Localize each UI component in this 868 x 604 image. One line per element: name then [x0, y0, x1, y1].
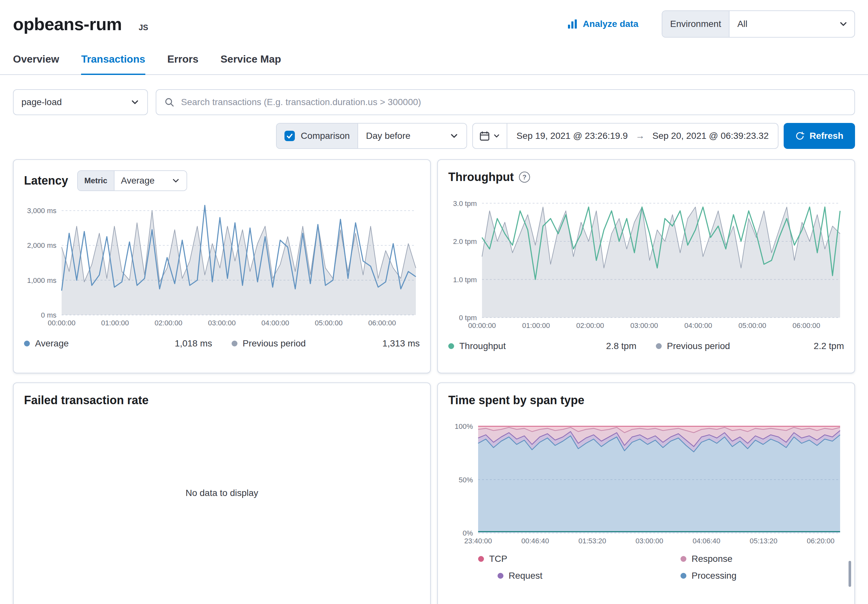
checkbox-checked-icon [284, 131, 295, 141]
legend-item-response[interactable]: Response [661, 554, 844, 564]
latency-metric-control: Metric Average [77, 170, 187, 191]
tab-overview[interactable]: Overview [13, 53, 59, 74]
svg-text:00:00:00: 00:00:00 [468, 321, 496, 330]
legend-label: Response [691, 554, 732, 564]
latency-metric-select[interactable]: Average [114, 171, 186, 190]
apm-transactions-page: opbeans-rum JS Analyze data Environment … [0, 0, 868, 604]
svg-text:01:00:00: 01:00:00 [522, 321, 550, 330]
span-type-chart[interactable]: 100%50%0%23:40:0000:46:4001:53:2003:00:0… [448, 414, 844, 546]
legend-label: TCP [489, 554, 507, 564]
agent-badge: JS [138, 23, 148, 32]
legend-item-throughput[interactable]: Throughput 2.8 tpm [448, 341, 636, 351]
svg-text:1.0 tpm: 1.0 tpm [453, 276, 477, 284]
legend-value: 1,313 ms [383, 338, 420, 349]
legend-label: Average [35, 338, 69, 349]
latency-legend: Average 1,018 ms Previous period 1,313 m… [24, 338, 420, 349]
environment-select[interactable]: Environment All [662, 10, 855, 38]
chevron-down-icon [450, 132, 459, 141]
header-actions: Analyze data Environment All [567, 10, 855, 38]
page-title: opbeans-rum [13, 14, 122, 34]
legend-item-previous-period[interactable]: Previous period 1,313 ms [212, 338, 420, 349]
end-date-button[interactable]: Sep 20, 2021 @ 06:39:23.32 [652, 131, 769, 141]
svg-text:03:00:00: 03:00:00 [636, 537, 663, 545]
svg-text:04:00:00: 04:00:00 [262, 319, 289, 327]
environment-value: All [730, 11, 839, 37]
series-dot [24, 341, 30, 347]
svg-text:3.0 tpm: 3.0 tpm [453, 200, 477, 208]
help-icon[interactable] [519, 172, 530, 183]
service-title-group: opbeans-rum JS [13, 14, 148, 34]
svg-text:04:06:40: 04:06:40 [693, 537, 721, 545]
legend-item-processing[interactable]: Processing [661, 571, 844, 581]
time-spent-by-span-type-panel: Time spent by span type 100%50%0%23:40:0… [437, 383, 855, 604]
throughput-panel: Throughput 3.0 tpm2.0 tpm1.0 tpm0 tpm00:… [437, 159, 855, 373]
svg-text:00:00:00: 00:00:00 [48, 319, 76, 327]
legend-label: Throughput [459, 341, 506, 351]
latency-panel: Latency Metric Average 3,000 ms2,000 ms1… [13, 159, 431, 373]
refresh-label: Refresh [810, 131, 843, 141]
legend-item-tcp[interactable]: TCP [478, 554, 661, 564]
refresh-button[interactable]: Refresh [784, 123, 855, 149]
svg-text:01:00:00: 01:00:00 [101, 319, 129, 327]
tab-errors[interactable]: Errors [167, 53, 198, 74]
transaction-type-select[interactable]: page-load [13, 89, 148, 115]
svg-text:00:46:40: 00:46:40 [521, 537, 549, 545]
analyze-data-link[interactable]: Analyze data [567, 19, 639, 29]
comparison-checkbox[interactable]: Comparison [277, 124, 358, 148]
transaction-type-value: page-load [22, 97, 62, 107]
bar-chart-icon [567, 19, 578, 29]
environment-label: Environment [662, 11, 730, 37]
svg-text:03:00:00: 03:00:00 [630, 321, 658, 330]
legend-label: Processing [691, 571, 737, 581]
legend-item-average[interactable]: Average 1,018 ms [24, 338, 212, 349]
metric-value: Average [121, 175, 155, 186]
metric-label: Metric [78, 171, 114, 190]
svg-text:0%: 0% [463, 529, 473, 537]
tab-transactions[interactable]: Transactions [81, 53, 145, 75]
date-range-display: Sep 19, 2021 @ 23:26:19.9 Sep 20, 2021 @… [507, 124, 778, 148]
search-input[interactable] [180, 96, 846, 108]
legend-label: Previous period [243, 338, 306, 349]
legend-label: Request [508, 571, 542, 581]
charts-grid: Latency Metric Average 3,000 ms2,000 ms1… [13, 159, 855, 604]
chevron-down-icon [130, 98, 140, 107]
comparison-label: Comparison [301, 131, 350, 141]
svg-text:03:00:00: 03:00:00 [208, 319, 236, 327]
latency-chart[interactable]: 3,000 ms2,000 ms1,000 ms0 ms00:00:0001:0… [24, 195, 420, 328]
legend-item-previous-period[interactable]: Previous period 2.2 tpm [636, 341, 844, 351]
empty-state-message: No data to display [24, 407, 420, 579]
failed-transaction-rate-panel: Failed transaction rate No data to displ… [13, 383, 431, 604]
svg-text:04:00:00: 04:00:00 [684, 321, 712, 330]
page-header: opbeans-rum JS Analyze data Environment … [0, 0, 868, 38]
svg-text:05:00:00: 05:00:00 [315, 319, 343, 327]
svg-text:50%: 50% [459, 476, 473, 484]
chevron-down-icon [172, 177, 180, 185]
legend-value: 2.2 tpm [814, 341, 844, 351]
svg-text:05:00:00: 05:00:00 [739, 321, 766, 330]
tab-service-map[interactable]: Service Map [220, 53, 281, 74]
svg-text:100%: 100% [455, 422, 473, 431]
comparison-period-value: Day before [366, 131, 410, 141]
search-box [156, 89, 855, 115]
failed-rate-title: Failed transaction rate [24, 393, 149, 407]
series-dot [448, 343, 454, 349]
legend-item-request[interactable]: Request [478, 571, 661, 581]
throughput-chart[interactable]: 3.0 tpm2.0 tpm1.0 tpm0 tpm00:00:0001:00:… [448, 190, 844, 331]
svg-text:1,000 ms: 1,000 ms [27, 276, 57, 285]
series-dot [680, 556, 687, 562]
svg-text:23:40:00: 23:40:00 [464, 537, 492, 545]
search-icon [164, 97, 175, 107]
comparison-row: Comparison Day before Sep 19, 2021 @ 23:… [13, 123, 855, 149]
comparison-period-select[interactable]: Day before [358, 124, 467, 148]
svg-text:06:00:00: 06:00:00 [792, 321, 820, 330]
date-quick-select-button[interactable] [473, 124, 507, 148]
start-date-button[interactable]: Sep 19, 2021 @ 23:26:19.9 [516, 131, 628, 141]
svg-text:0 ms: 0 ms [41, 311, 56, 319]
legend-scrollbar[interactable] [849, 561, 851, 587]
series-dot [656, 343, 662, 349]
tab-bar: Overview Transactions Errors Service Map [0, 53, 868, 75]
calendar-icon [479, 131, 490, 141]
svg-text:2,000 ms: 2,000 ms [27, 242, 57, 249]
date-range-picker: Sep 19, 2021 @ 23:26:19.9 Sep 20, 2021 @… [472, 123, 778, 149]
latency-title: Latency [24, 174, 68, 187]
